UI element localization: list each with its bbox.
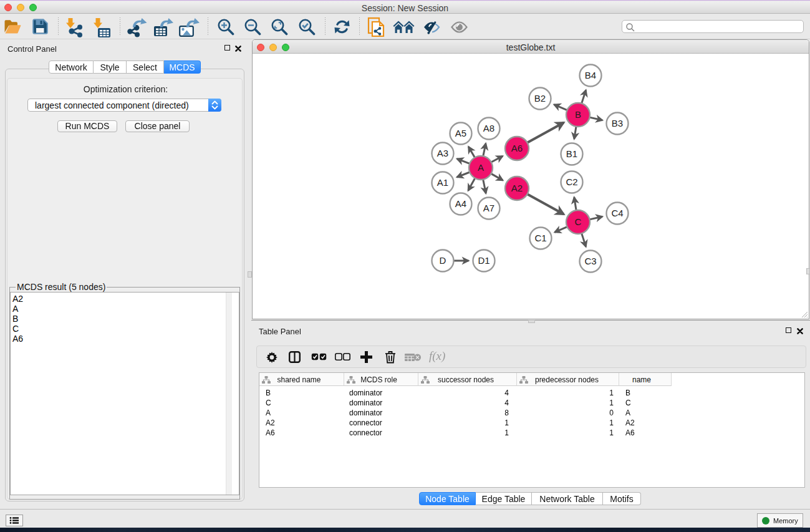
svg-text:B: B	[575, 109, 581, 120]
svg-text:C1: C1	[534, 233, 546, 243]
svg-text:A8: A8	[483, 123, 494, 133]
svg-text:C2: C2	[566, 177, 577, 187]
svg-text:A1: A1	[437, 177, 448, 188]
svg-text:D1: D1	[478, 255, 489, 266]
svg-text:B4: B4	[585, 70, 596, 80]
svg-text:A4: A4	[455, 198, 466, 209]
svg-text:A: A	[478, 162, 484, 173]
svg-text:C3: C3	[584, 256, 596, 266]
svg-text:C: C	[575, 216, 582, 227]
svg-text:B3: B3	[612, 118, 623, 128]
svg-text:A3: A3	[437, 148, 448, 158]
svg-text:B2: B2	[534, 93, 546, 104]
svg-text:A7: A7	[483, 203, 494, 213]
svg-text:C4: C4	[611, 208, 623, 218]
svg-text:D: D	[440, 255, 446, 266]
svg-text:B1: B1	[566, 148, 577, 159]
svg-text:A5: A5	[455, 128, 466, 138]
svg-text:A6: A6	[511, 143, 523, 153]
svg-text:A2: A2	[511, 183, 523, 193]
